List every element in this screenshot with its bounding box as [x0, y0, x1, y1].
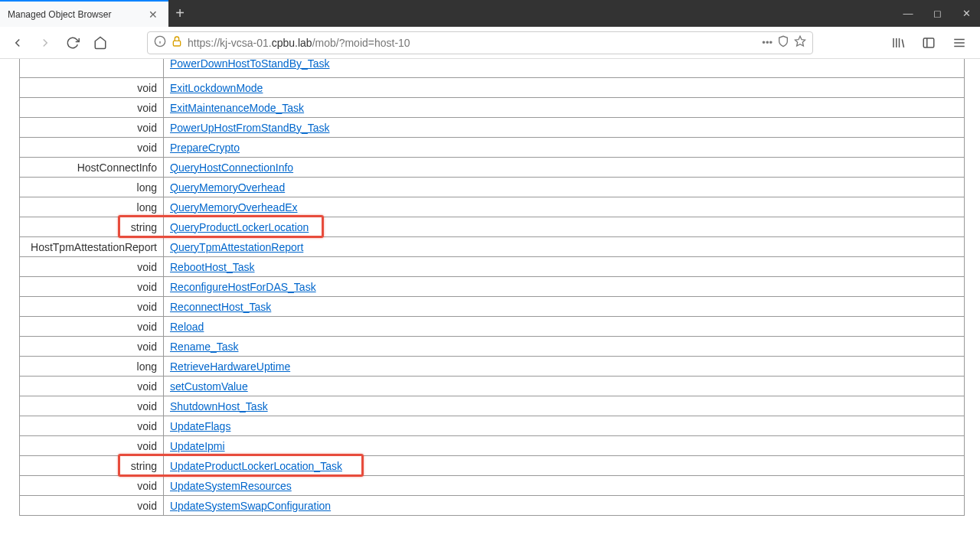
bookmark-star-icon[interactable] [794, 35, 806, 50]
name-cell: ReconfigureHostForDAS_Task [164, 277, 965, 297]
type-cell: void [20, 277, 164, 297]
name-cell: PowerUpHostFromStandBy_Task [164, 118, 965, 138]
name-cell: UpdateProductLockerLocation_Task [164, 456, 965, 476]
name-cell: ExitLockdownMode [164, 78, 965, 98]
type-cell: void [20, 396, 164, 416]
method-link[interactable]: PowerUpHostFromStandBy_Task [170, 122, 330, 134]
method-link[interactable]: RetrieveHardwareUptime [170, 360, 290, 373]
type-cell [20, 59, 164, 78]
name-cell: QueryTpmAttestationReport [164, 237, 965, 257]
type-cell: long [20, 197, 164, 217]
table-row: voidUpdateSystemResources [20, 476, 965, 496]
type-cell: void [20, 257, 164, 277]
navbar: https://kj-vcsa-01.cpbu.lab/mob/?moid=ho… [0, 27, 980, 59]
method-link[interactable]: Rename_Task [170, 341, 239, 353]
library-icon[interactable] [887, 31, 910, 54]
table-row: voidExitLockdownMode [20, 78, 965, 98]
name-cell: QueryHostConnectionInfo [164, 158, 965, 178]
reload-button[interactable] [61, 31, 84, 54]
window-controls: — ◻ ✕ [191, 0, 980, 27]
table-row: PowerDownHostToStandBy_Task [20, 59, 965, 78]
type-cell: string [20, 217, 164, 237]
svg-line-8 [902, 39, 903, 47]
table-row: longQueryMemoryOverheadEx [20, 197, 965, 217]
method-link[interactable]: ExitLockdownMode [170, 82, 263, 94]
method-link[interactable]: Reload [170, 321, 204, 333]
content-area[interactable]: PowerDownHostToStandBy_TaskvoidExitLockd… [0, 59, 980, 551]
method-link[interactable]: UpdateFlags [170, 420, 230, 432]
name-cell: RebootHost_Task [164, 257, 965, 277]
lock-warning-icon[interactable] [171, 35, 183, 50]
method-link[interactable]: QueryMemoryOverheadEx [170, 201, 298, 214]
home-button[interactable] [89, 31, 112, 54]
shield-icon[interactable] [777, 35, 789, 50]
type-cell: string [20, 456, 164, 476]
table-row: stringQueryProductLockerLocation [20, 217, 965, 237]
url-text: https://kj-vcsa-01.cpbu.lab/mob/?moid=ho… [188, 37, 757, 49]
method-link[interactable]: PrepareCrypto [170, 142, 240, 154]
type-cell: void [20, 138, 164, 158]
type-cell: void [20, 118, 164, 138]
method-link[interactable]: QueryHostConnectionInfo [170, 161, 293, 174]
new-tab-button[interactable]: + [168, 0, 191, 27]
method-link[interactable]: ExitMaintenanceMode_Task [170, 102, 304, 114]
method-link[interactable]: UpdateProductLockerLocation_Task [170, 460, 342, 472]
method-link[interactable]: UpdateSystemSwapConfiguration [170, 500, 331, 512]
name-cell: setCustomValue [164, 377, 965, 396]
type-cell: long [20, 357, 164, 377]
name-cell: ExitMaintenanceMode_Task [164, 98, 965, 118]
method-link[interactable]: ReconnectHost_Task [170, 301, 271, 313]
method-link[interactable]: QueryTpmAttestationReport [170, 241, 303, 253]
back-button[interactable] [6, 31, 29, 54]
table-row: voidsetCustomValue [20, 377, 965, 396]
more-icon[interactable]: ••• [762, 37, 773, 48]
type-cell: void [20, 317, 164, 337]
table-row: voidReconfigureHostForDAS_Task [20, 277, 965, 297]
maximize-icon[interactable]: ◻ [929, 8, 945, 19]
method-link[interactable]: RebootHost_Task [170, 261, 255, 273]
type-cell: void [20, 476, 164, 496]
method-link[interactable]: UpdateSystemResources [170, 480, 292, 492]
info-icon[interactable] [154, 35, 166, 50]
method-link[interactable]: setCustomValue [170, 380, 248, 393]
name-cell: UpdateFlags [164, 416, 965, 436]
svg-rect-3 [173, 41, 180, 46]
sidebar-icon[interactable] [917, 31, 940, 54]
minimize-icon[interactable]: — [900, 8, 916, 19]
table-row: HostTpmAttestationReportQueryTpmAttestat… [20, 237, 965, 257]
type-cell: void [20, 436, 164, 456]
name-cell: ShutdownHost_Task [164, 396, 965, 416]
titlebar: Managed Object Browser ✕ + — ◻ ✕ [0, 0, 980, 27]
name-cell: Reload [164, 317, 965, 337]
svg-rect-9 [923, 38, 934, 47]
table-row: voidRename_Task [20, 337, 965, 357]
name-cell: PowerDownHostToStandBy_Task [164, 59, 965, 78]
close-window-icon[interactable]: ✕ [959, 8, 974, 19]
name-cell: RetrieveHardwareUptime [164, 357, 965, 377]
method-link[interactable]: ReconfigureHostForDAS_Task [170, 281, 316, 293]
tab-title: Managed Object Browser [8, 9, 111, 20]
table-row: voidUpdateSystemSwapConfiguration [20, 496, 965, 516]
svg-marker-4 [795, 36, 805, 46]
type-cell: void [20, 416, 164, 436]
method-link[interactable]: PowerDownHostToStandBy_Task [170, 59, 330, 70]
table-row: voidUpdateIpmi [20, 436, 965, 456]
name-cell: QueryProductLockerLocation [164, 217, 965, 237]
method-link[interactable]: QueryMemoryOverhead [170, 181, 285, 194]
name-cell: UpdateSystemResources [164, 476, 965, 496]
type-cell: void [20, 98, 164, 118]
forward-button[interactable] [34, 31, 57, 54]
table-row: voidPowerUpHostFromStandBy_Task [20, 118, 965, 138]
menu-icon[interactable] [948, 31, 971, 54]
method-link[interactable]: UpdateIpmi [170, 440, 225, 452]
close-tab-icon[interactable]: ✕ [145, 8, 161, 21]
method-link[interactable]: ShutdownHost_Task [170, 400, 268, 412]
method-link[interactable]: QueryProductLockerLocation [170, 221, 309, 233]
table-row: voidShutdownHost_Task [20, 396, 965, 416]
name-cell: QueryMemoryOverhead [164, 178, 965, 197]
name-cell: ReconnectHost_Task [164, 297, 965, 317]
type-cell: void [20, 377, 164, 396]
name-cell: UpdateSystemSwapConfiguration [164, 496, 965, 516]
url-bar[interactable]: https://kj-vcsa-01.cpbu.lab/mob/?moid=ho… [147, 31, 813, 54]
browser-tab[interactable]: Managed Object Browser ✕ [0, 0, 168, 27]
